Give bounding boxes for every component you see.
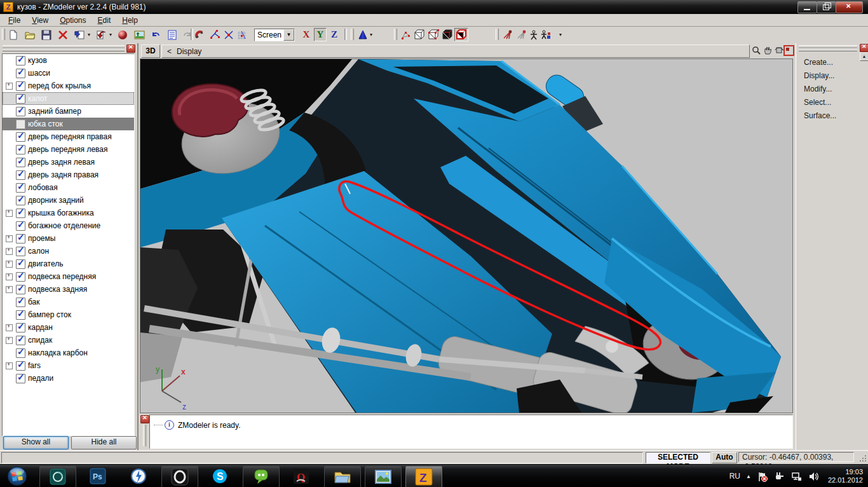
visibility-checkbox-checked[interactable]: [16, 348, 25, 358]
screen-selector[interactable]: Screen ▼: [254, 29, 295, 41]
cube-mode-edges-icon[interactable]: [426, 28, 440, 41]
delete-icon[interactable]: [56, 28, 70, 41]
animate-dropdown-arrow[interactable]: ▾: [559, 32, 562, 38]
command-panel-grip[interactable]: [799, 48, 857, 51]
volume-icon[interactable]: [808, 470, 820, 482]
log-grip[interactable]: [143, 425, 146, 446]
pan-icon[interactable]: [763, 45, 773, 55]
weld-vertices-icon[interactable]: [208, 28, 222, 41]
taskbar-media-app[interactable]: [39, 466, 76, 487]
part-row[interactable]: накладка карбон: [3, 346, 134, 359]
zoom-icon[interactable]: [751, 45, 761, 55]
expand-toggle-icon[interactable]: [6, 83, 13, 90]
visibility-checkbox-unchecked[interactable]: [16, 120, 25, 129]
part-row[interactable]: богажное отделение: [3, 219, 134, 232]
axis-x-button[interactable]: X: [300, 28, 313, 41]
clock[interactable]: 19:03 22.01.2012: [828, 468, 865, 484]
visibility-checkbox-checked[interactable]: [16, 323, 25, 333]
expand-toggle-icon[interactable]: [6, 362, 13, 369]
taskbar-photoshop[interactable]: Ps: [80, 466, 116, 486]
expand-toggle-icon[interactable]: [6, 261, 13, 268]
part-row[interactable]: спидак: [3, 334, 134, 346]
visibility-checkbox-checked[interactable]: [16, 209, 25, 218]
magnet-snap-icon[interactable]: [193, 28, 207, 41]
visibility-checkbox-checked[interactable]: [16, 69, 25, 78]
part-row[interactable]: лобовая: [3, 181, 134, 194]
taskbar-qip[interactable]: [243, 466, 280, 487]
command-create[interactable]: Create...: [796, 57, 868, 68]
command-display[interactable]: Display...: [796, 70, 868, 81]
visibility-checkbox-checked[interactable]: [16, 56, 25, 65]
part-row[interactable]: дверь задня правая: [3, 168, 134, 181]
save-file-icon[interactable]: [39, 28, 53, 41]
expand-toggle-icon[interactable]: [6, 286, 13, 293]
expand-toggle-icon[interactable]: [6, 273, 13, 280]
orbit-icon[interactable]: [774, 45, 784, 55]
sidebar-grip[interactable]: [3, 48, 125, 51]
taskbar-opera[interactable]: [161, 466, 198, 487]
visibility-checkbox-checked[interactable]: [16, 196, 25, 205]
part-row[interactable]: дворник задний: [3, 194, 134, 207]
restore-button[interactable]: [817, 1, 836, 13]
visibility-checkbox-checked[interactable]: [16, 298, 25, 307]
new-file-icon[interactable]: [6, 28, 20, 41]
cube-mode-active-icon[interactable]: [454, 28, 468, 41]
chevron-down-icon[interactable]: ▼: [283, 29, 294, 41]
visibility-checkbox-checked[interactable]: [16, 107, 25, 116]
select-vertices-icon[interactable]: [398, 28, 412, 41]
power-plug-icon[interactable]: [774, 470, 785, 482]
start-button[interactable]: [5, 465, 29, 487]
part-row[interactable]: кардан: [3, 321, 134, 334]
resize-grip[interactable]: [859, 455, 867, 462]
axis-cone-icon[interactable]: [356, 28, 370, 41]
menu-view[interactable]: View: [26, 15, 54, 26]
cube-mode-solid-icon[interactable]: [440, 28, 454, 41]
visibility-checkbox-checked[interactable]: [16, 221, 25, 231]
expand-toggle-icon[interactable]: [6, 337, 13, 344]
maximize-viewport-button[interactable]: [783, 45, 794, 56]
visibility-checkbox-checked[interactable]: [16, 132, 25, 142]
menu-file[interactable]: File: [3, 15, 26, 26]
show-all-button[interactable]: Show all: [3, 436, 69, 449]
part-row[interactable]: дверь задня левая: [3, 156, 134, 168]
part-row[interactable]: проемы: [3, 232, 134, 245]
visibility-checkbox-checked[interactable]: [16, 310, 25, 320]
part-row[interactable]: задний бампер: [3, 105, 134, 118]
visibility-checkbox-checked[interactable]: [16, 272, 25, 282]
part-row[interactable]: двигатель: [3, 257, 134, 270]
visibility-checkbox-checked[interactable]: [16, 81, 25, 91]
export-icon[interactable]: [72, 28, 86, 41]
log-close-button[interactable]: [140, 415, 149, 423]
visibility-checkbox-checked[interactable]: [16, 361, 25, 371]
visibility-checkbox-checked[interactable]: [16, 183, 25, 193]
action-center-flag-icon[interactable]: [757, 470, 768, 482]
taskbar-image-viewer[interactable]: [365, 466, 402, 487]
menu-edit[interactable]: Edit: [92, 15, 117, 26]
command-select[interactable]: Select...: [796, 97, 868, 108]
cube-mode-faces-icon[interactable]: [412, 28, 426, 41]
viewport-3d-canvas[interactable]: y x z: [140, 58, 793, 413]
open-file-icon[interactable]: [23, 28, 37, 41]
visibility-checkbox-checked[interactable]: [16, 145, 25, 154]
part-row[interactable]: перед бок крылья: [3, 79, 134, 92]
visibility-checkbox-checked[interactable]: [16, 158, 25, 167]
part-row[interactable]: крышка богажника: [3, 207, 134, 219]
axis-y-button[interactable]: Y: [314, 28, 327, 41]
part-row[interactable]: кузов: [3, 54, 134, 67]
command-panel-close-button[interactable]: [860, 44, 868, 52]
part-row[interactable]: дверь передняя правая: [3, 130, 134, 143]
hidden-icons-arrow[interactable]: ▲: [746, 474, 751, 479]
part-row[interactable]: капот: [3, 92, 134, 105]
visibility-checkbox-checked[interactable]: [16, 170, 25, 180]
texture-browser-icon[interactable]: [132, 28, 146, 41]
grid-snap-icon[interactable]: [234, 28, 248, 41]
viewport-title-bar[interactable]: < Display: [161, 45, 750, 58]
axis-z-button[interactable]: Z: [328, 28, 341, 41]
export-dropdown-arrow[interactable]: ▾: [88, 32, 90, 38]
visibility-checkbox-checked[interactable]: [16, 259, 25, 269]
expand-toggle-icon[interactable]: [6, 248, 13, 255]
language-indicator[interactable]: RU: [729, 472, 740, 481]
taskbar-explorer[interactable]: [324, 466, 361, 487]
animate-icon[interactable]: [538, 28, 552, 41]
part-row[interactable]: бак: [3, 296, 134, 308]
